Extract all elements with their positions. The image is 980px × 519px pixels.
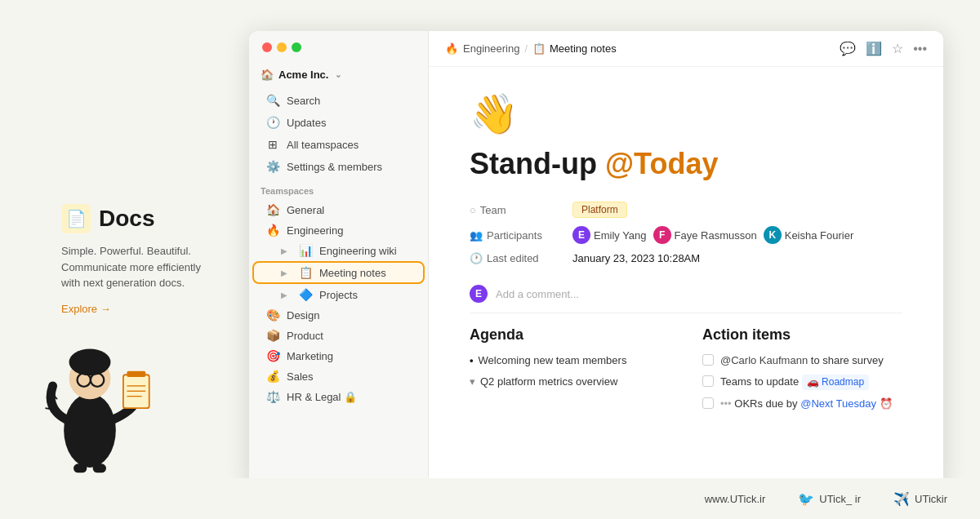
sidebar-item-meeting-notes[interactable]: ▶ 📋 Meeting notes [252, 261, 425, 284]
main-window: 🏠 Acme Inc. ⌄ 🔍 Search 🕐 Updates ⊞ All t… [249, 31, 943, 488]
property-last-edited: 🕐 Last edited January 23, 2023 10:28AM [470, 248, 902, 268]
footer: www.UTick.ir 🐦 UTick_ ir ✈️ UTickir [0, 478, 980, 519]
chevron-right-icon: ▶ [277, 268, 292, 277]
agenda-item-2-text: Q2 platform metrics overview [480, 375, 617, 389]
sales-icon: 💰 [265, 370, 280, 383]
comment-placeholder[interactable]: Add a comment... [496, 288, 579, 300]
sidebar-item-engineering-wiki[interactable]: ▶ 📊 Engineering wiki [254, 241, 423, 260]
content-area: 🔥 Engineering / 📋 Meeting notes 💬 ℹ️ ☆ •… [429, 31, 943, 488]
platform-badge[interactable]: Platform [572, 202, 627, 218]
info-icon[interactable]: ℹ️ [866, 41, 882, 56]
participants-value: E Emily Yang F Faye Rasmusson K Keisha F… [572, 226, 853, 244]
sidebar-item-sales[interactable]: 💰 Sales [254, 366, 423, 386]
docs-description: Simple. Powerful. Beautiful.Communicate … [61, 243, 225, 291]
general-icon: 🏠 [265, 203, 280, 216]
clock-emoji: ⏰ [880, 397, 893, 410]
team-label: ○ Team [470, 204, 559, 216]
participant-emily-name: Emily Yang [594, 229, 647, 242]
action-item-3: ••• OKRs due by @Next Tuesday ⏰ [702, 397, 902, 411]
telegram-icon: ✈️ [893, 491, 910, 507]
workspace-icon: 🏠 [261, 69, 274, 81]
telegram-text: UTickir [915, 493, 947, 505]
action-text-3-start: OKRs due by [734, 397, 800, 410]
product-icon: 📦 [265, 329, 280, 342]
team-icon: ○ [470, 204, 476, 216]
comment-icon[interactable]: 💬 [840, 41, 856, 56]
breadcrumb-actions: 💬 ℹ️ ☆ ••• [840, 41, 927, 56]
wiki-icon: 📊 [298, 244, 313, 257]
sidebar-item-hr-legal[interactable]: ⚖️ HR & Legal 🔒 [254, 387, 423, 406]
agenda-item-1-text: Welcoming new team members [479, 353, 627, 368]
engineering-icon: 🔥 [265, 224, 280, 237]
breadcrumb-parent-icon: 🔥 [445, 42, 458, 55]
breadcrumb-current-text: Meeting notes [550, 42, 617, 55]
action-items-column: Action items @Carlo Kaufmann to share su… [702, 326, 902, 418]
sidebar-label-meeting-notes: Meeting notes [319, 267, 386, 279]
participant-emily: E Emily Yang [572, 226, 647, 244]
page-content: 👋 Stand-up @Today ○ Team Platform [429, 67, 943, 442]
window-controls [249, 31, 428, 64]
avatar-keisha: K [764, 226, 782, 244]
properties: ○ Team Platform 👥 Participants E [470, 197, 902, 268]
sidebar-item-marketing[interactable]: 🎯 Marketing [254, 346, 423, 366]
sidebar-item-all-teamspaces[interactable]: ⊞ All teamspaces [254, 134, 423, 155]
breadcrumb-current: 📋 Meeting notes [532, 42, 617, 55]
sidebar-label-engineering-wiki: Engineering wiki [319, 245, 397, 257]
docs-header: 📄 Docs [61, 204, 225, 233]
chevron-right-icon: ▶ [277, 291, 292, 299]
svg-point-2 [69, 348, 111, 375]
checkbox-1[interactable] [702, 354, 714, 366]
sidebar-item-search[interactable]: 🔍 Search [254, 90, 423, 111]
sidebar-item-design[interactable]: 🎨 Design [254, 305, 423, 325]
roadmap-badge[interactable]: 🚗 Roadmap [802, 375, 869, 390]
last-edited-value: January 23, 2023 10:28AM [572, 252, 700, 264]
chevron-right-icon: ▶ [277, 246, 292, 255]
page-title-main: Stand-up [470, 147, 605, 180]
sidebar-item-updates[interactable]: 🕐 Updates [254, 112, 423, 133]
property-team: ○ Team Platform [470, 197, 902, 222]
comment-row[interactable]: E Add a comment... [470, 285, 902, 303]
checkbox-2[interactable] [702, 375, 714, 387]
sidebar-item-product[interactable]: 📦 Product [254, 326, 423, 345]
mention-carlo: @Carlo Kaufmann [720, 354, 808, 366]
minimize-button[interactable] [277, 42, 287, 52]
bullet-icon: • [470, 353, 474, 368]
footer-website: www.UTick.ir [705, 493, 766, 505]
sidebar-label-settings: Settings & members [287, 161, 382, 173]
last-edited-text: January 23, 2023 10:28AM [572, 252, 700, 264]
checkbox-3[interactable] [702, 397, 714, 409]
meeting-notes-icon: 📋 [298, 266, 313, 279]
chevron-bullet-icon: ▾ [470, 375, 475, 389]
more-icon[interactable]: ••• [913, 42, 927, 56]
sidebar-label-marketing: Marketing [287, 350, 333, 362]
participant-faye: F Faye Rasmusson [653, 226, 757, 244]
agenda-item-2: ▾ Q2 platform metrics overview [470, 375, 670, 389]
sidebar-label-projects: Projects [319, 289, 358, 301]
breadcrumb-parent[interactable]: Engineering [463, 42, 519, 55]
sidebar-label-product: Product [287, 330, 323, 342]
sidebar-item-projects[interactable]: ▶ 🔷 Projects [254, 285, 423, 304]
workspace-selector[interactable]: 🏠 Acme Inc. ⌄ [249, 64, 428, 89]
close-button[interactable] [262, 42, 272, 52]
action-text-1-rest: to share survey [811, 354, 884, 366]
breadcrumb-bar: 🔥 Engineering / 📋 Meeting notes 💬 ℹ️ ☆ •… [429, 31, 943, 67]
sidebar-item-engineering[interactable]: 🔥 Engineering [254, 220, 423, 240]
twitter-icon: 🐦 [798, 491, 814, 507]
participant-faye-name: Faye Rasmusson [675, 229, 757, 242]
action-item-1: @Carlo Kaufmann to share survey [702, 353, 902, 368]
action-text-1: @Carlo Kaufmann to share survey [720, 353, 902, 368]
maximize-button[interactable] [292, 42, 301, 52]
footer-twitter: 🐦 UTick_ ir [798, 491, 861, 507]
illustration [24, 312, 155, 478]
svg-rect-8 [127, 371, 145, 377]
svg-rect-15 [74, 464, 87, 472]
property-participants: 👥 Participants E Emily Yang F Faye Rasmu… [470, 222, 902, 248]
teamspaces-section-label: Teamspaces [249, 178, 428, 199]
commenter-avatar: E [470, 285, 488, 303]
sidebar: 🏠 Acme Inc. ⌄ 🔍 Search 🕐 Updates ⊞ All t… [249, 31, 429, 488]
star-icon[interactable]: ☆ [892, 41, 903, 56]
avatar-faye: F [653, 226, 671, 244]
sidebar-item-settings[interactable]: ⚙️ Settings & members [254, 156, 423, 177]
breadcrumb-separator: / [524, 42, 528, 55]
sidebar-item-general[interactable]: 🏠 General [254, 200, 423, 220]
